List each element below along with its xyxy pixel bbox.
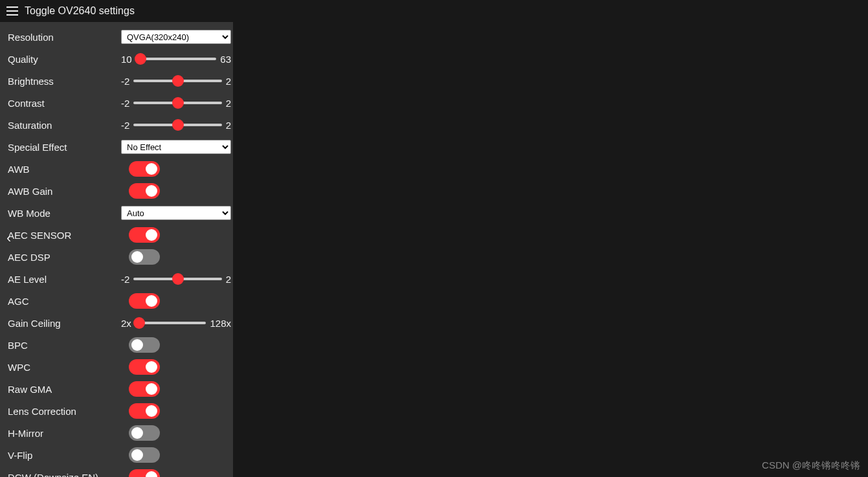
label-gain-ceiling: Gain Ceiling	[8, 318, 121, 329]
label-brightness: Brightness	[8, 76, 121, 87]
label-v-flip: V-Flip	[8, 450, 121, 461]
row-saturation: Saturation -2 2	[8, 115, 227, 135]
ae-level-max: 2	[226, 274, 231, 285]
collapse-icon[interactable]: ‹	[6, 230, 11, 247]
h-mirror-toggle[interactable]	[129, 425, 160, 441]
row-agc: AGC	[8, 291, 227, 311]
agc-toggle[interactable]	[129, 293, 160, 309]
v-flip-toggle[interactable]	[129, 447, 160, 463]
label-bpc: BPC	[8, 340, 121, 351]
row-wb-mode: WB Mode Auto	[8, 203, 227, 223]
quality-min: 10	[121, 54, 132, 65]
label-raw-gma: Raw GMA	[8, 384, 121, 395]
gain-ceiling-slider[interactable]	[135, 322, 206, 324]
watermark: CSDN @咚咚锵咚咚锵	[762, 460, 860, 472]
ae-level-slider[interactable]	[133, 278, 221, 280]
aec-dsp-toggle[interactable]	[129, 249, 160, 265]
resolution-select[interactable]: QVGA(320x240)	[121, 30, 231, 44]
ae-level-min: -2	[121, 274, 129, 285]
label-contrast: Contrast	[8, 98, 121, 109]
gain-ceiling-min: 2x	[121, 318, 131, 329]
row-awb: AWB	[8, 159, 227, 179]
gain-ceiling-max: 128x	[210, 318, 231, 329]
row-v-flip: V-Flip	[8, 445, 227, 465]
row-lens-correction: Lens Correction	[8, 401, 227, 421]
saturation-slider[interactable]	[133, 124, 221, 126]
aec-sensor-toggle[interactable]	[129, 227, 160, 243]
quality-slider[interactable]	[136, 58, 217, 60]
raw-gma-toggle[interactable]	[129, 381, 160, 397]
row-special-effect: Special Effect No Effect	[8, 137, 227, 157]
row-bpc: BPC	[8, 335, 227, 355]
label-dcw: DCW (Downsize EN)	[8, 472, 121, 478]
label-h-mirror: H-Mirror	[8, 428, 121, 439]
saturation-max: 2	[226, 120, 231, 131]
awb-toggle[interactable]	[129, 161, 160, 177]
saturation-min: -2	[121, 120, 129, 131]
label-ae-level: AE Level	[8, 274, 121, 285]
label-resolution: Resolution	[8, 32, 121, 43]
header: Toggle OV2640 settings	[0, 0, 868, 22]
label-awb-gain: AWB Gain	[8, 186, 121, 197]
brightness-slider[interactable]	[133, 80, 221, 82]
row-resolution: Resolution QVGA(320x240)	[8, 27, 227, 47]
contrast-min: -2	[121, 98, 129, 109]
row-quality: Quality 10 63	[8, 49, 227, 69]
label-aec-sensor: AEC SENSOR	[8, 230, 121, 241]
row-dcw: DCW (Downsize EN)	[8, 467, 227, 477]
wpc-toggle[interactable]	[129, 359, 160, 375]
label-wb-mode: WB Mode	[8, 208, 121, 219]
row-aec-sensor: AEC SENSOR	[8, 225, 227, 245]
wb-mode-select[interactable]: Auto	[121, 206, 231, 220]
row-h-mirror: H-Mirror	[8, 423, 227, 443]
row-aec-dsp: AEC DSP	[8, 247, 227, 267]
contrast-slider[interactable]	[133, 102, 221, 104]
row-ae-level: AE Level -2 2	[8, 269, 227, 289]
quality-max: 63	[220, 54, 231, 65]
contrast-max: 2	[226, 98, 231, 109]
row-gain-ceiling: Gain Ceiling 2x 128x	[8, 313, 227, 333]
page-title: Toggle OV2640 settings	[25, 5, 135, 17]
brightness-min: -2	[121, 76, 129, 87]
row-awb-gain: AWB Gain	[8, 181, 227, 201]
label-saturation: Saturation	[8, 120, 121, 131]
row-wpc: WPC	[8, 357, 227, 377]
label-quality: Quality	[8, 54, 121, 65]
label-awb: AWB	[8, 164, 121, 175]
awb-gain-toggle[interactable]	[129, 183, 160, 199]
row-raw-gma: Raw GMA	[8, 379, 227, 399]
menu-icon[interactable]	[6, 6, 18, 16]
label-wpc: WPC	[8, 362, 121, 373]
label-lens-correction: Lens Correction	[8, 406, 121, 417]
label-aec-dsp: AEC DSP	[8, 252, 121, 263]
row-contrast: Contrast -2 2	[8, 93, 227, 113]
brightness-max: 2	[226, 76, 231, 87]
dcw-toggle[interactable]	[129, 469, 160, 477]
lens-correction-toggle[interactable]	[129, 403, 160, 419]
special-effect-select[interactable]: No Effect	[121, 140, 231, 154]
label-special-effect: Special Effect	[8, 142, 121, 153]
bpc-toggle[interactable]	[129, 337, 160, 353]
settings-panel: Resolution QVGA(320x240) Quality 10 63 B…	[0, 22, 233, 477]
label-agc: AGC	[8, 296, 121, 307]
row-brightness: Brightness -2 2	[8, 71, 227, 91]
